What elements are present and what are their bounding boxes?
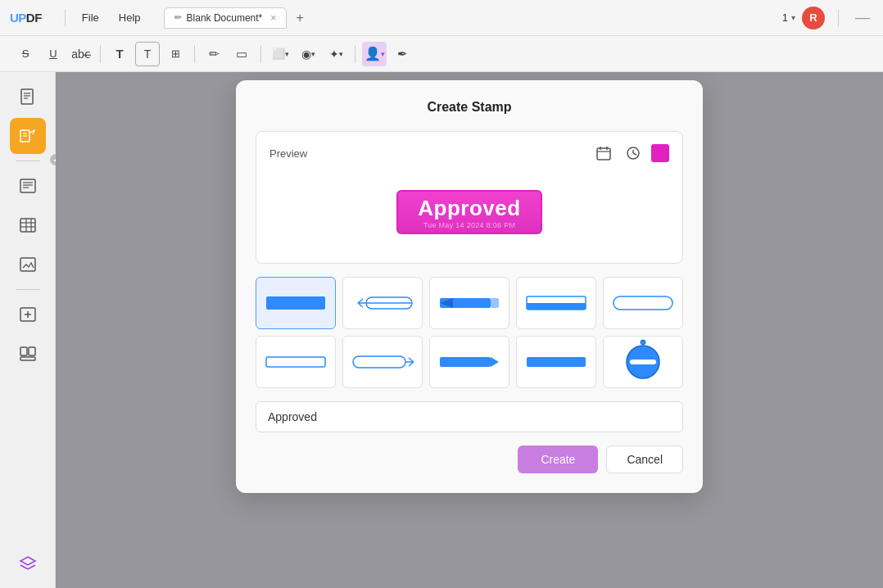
shape-option-10[interactable]	[603, 336, 683, 388]
preview-section: Preview Approved	[256, 131, 683, 264]
stamp-text-input[interactable]	[256, 401, 683, 432]
titlebar-menu: File Help	[79, 10, 144, 25]
document-area: 1 Create Stamp Preview	[56, 72, 883, 588]
create-stamp-dialog: Create Stamp Preview	[236, 80, 703, 493]
shape-grid	[256, 277, 683, 388]
svg-point-47	[641, 340, 645, 345]
sidebar-div1	[16, 161, 40, 161]
shape-option-3[interactable]	[429, 277, 509, 329]
shape-option-1[interactable]	[256, 277, 336, 329]
svg-rect-38	[527, 303, 586, 310]
toolbar-star[interactable]: ✦▾	[324, 42, 348, 66]
svg-rect-23	[597, 148, 610, 160]
stamp-preview-date: Tue May 14 2024 8:06 PM	[423, 221, 516, 229]
create-button[interactable]: Create	[518, 446, 598, 473]
text-input-row	[256, 401, 683, 432]
toolbar-shapes[interactable]: ⬜▾	[268, 42, 292, 66]
toolbar-user[interactable]: 👤▾	[362, 42, 387, 66]
toolbar-strikethrough[interactable]: S	[13, 42, 38, 66]
svg-rect-42	[440, 357, 491, 367]
shape-option-7[interactable]	[342, 336, 423, 388]
sidebar-item-pages[interactable]	[10, 79, 46, 115]
color-swatch[interactable]	[651, 144, 669, 162]
shape-option-2[interactable]	[342, 277, 423, 329]
svg-rect-21	[29, 347, 35, 355]
svg-line-29	[633, 153, 636, 155]
sidebar-item-organize[interactable]	[10, 336, 46, 372]
clock-icon-button[interactable]	[622, 142, 645, 165]
toolbar: S U abc̶ T T ⊞ ✏ ▭ ⬜▾ ◉▾ ✦▾ 👤▾ ✒	[0, 36, 883, 72]
tab-bar: ✏ Blank Document* × +	[164, 7, 310, 29]
toolbar-eraser[interactable]: ▭	[229, 42, 254, 66]
toolbar-color[interactable]: ◉▾	[296, 42, 320, 66]
toolbar-highlight[interactable]: ✏	[202, 42, 226, 66]
svg-rect-33	[491, 298, 499, 308]
svg-rect-11	[20, 219, 35, 232]
toolbar-underline[interactable]: U	[41, 42, 66, 66]
svg-rect-40	[266, 357, 325, 367]
toolbar-strikethrough2[interactable]: abc̶	[69, 42, 93, 66]
sidebar-item-text[interactable]	[10, 168, 46, 204]
cancel-button[interactable]: Cancel	[606, 446, 683, 473]
page-indicator: 1 ▾	[782, 11, 795, 24]
shape-option-9[interactable]	[516, 336, 596, 388]
titlebar: UPDF File Help ✏ Blank Document* × + 1 ▾…	[0, 0, 883, 36]
toolbar-div1	[100, 45, 101, 63]
menu-help[interactable]: Help	[115, 10, 144, 25]
page-number-indicator: 1	[782, 11, 788, 24]
svg-rect-7	[20, 179, 35, 192]
sidebar-item-insert[interactable]	[10, 296, 46, 332]
svg-rect-16	[20, 258, 35, 271]
svg-rect-41	[353, 356, 405, 368]
sidebar-item-annotate[interactable]	[10, 118, 46, 154]
user-avatar[interactable]: R	[802, 7, 825, 29]
minimize-button[interactable]: —	[852, 9, 873, 26]
svg-rect-22	[20, 357, 35, 360]
calendar-icon-button[interactable]	[592, 142, 615, 165]
dialog-footer: Create Cancel	[256, 446, 683, 473]
toolbar-div4	[355, 45, 355, 63]
stamp-preview-canvas: Approved Tue May 14 2024 8:06 PM	[269, 171, 669, 253]
svg-rect-0	[21, 89, 33, 104]
shape-option-5[interactable]	[603, 277, 683, 329]
svg-rect-30	[266, 296, 325, 310]
sidebar-item-table[interactable]	[10, 207, 46, 243]
app-logo: UPDF	[10, 11, 42, 25]
svg-rect-44	[527, 357, 586, 367]
new-tab-button[interactable]: +	[290, 8, 310, 28]
toolbar-pen[interactable]: ✒	[390, 42, 414, 66]
preview-header: Preview	[269, 142, 669, 165]
svg-rect-20	[20, 347, 27, 355]
stamp-preview-text: Approved	[418, 197, 520, 220]
toolbar-text[interactable]: T	[107, 42, 132, 66]
svg-rect-39	[614, 296, 672, 310]
preview-label: Preview	[269, 147, 307, 160]
toolbar-div3	[260, 45, 261, 63]
main-area: ◀ 1 Create Stamp Preview	[0, 72, 883, 588]
toolbar-textbox[interactable]: T	[135, 42, 160, 66]
sidebar-item-edit[interactable]	[10, 247, 46, 283]
titlebar-right-divider	[838, 10, 839, 26]
stamp-preview: Approved Tue May 14 2024 8:06 PM	[396, 190, 541, 235]
titlebar-right: 1 ▾ R —	[782, 7, 873, 29]
titlebar-divider	[65, 10, 66, 26]
tab-label: Blank Document*	[187, 12, 263, 24]
active-tab[interactable]: ✏ Blank Document* ×	[164, 7, 288, 29]
toolbar-align[interactable]: ⊞	[163, 42, 188, 66]
svg-rect-46	[630, 360, 656, 364]
toolbar-div2	[194, 45, 195, 63]
shape-option-6[interactable]	[256, 336, 336, 388]
svg-marker-43	[491, 357, 499, 367]
tab-close-button[interactable]: ×	[270, 12, 276, 24]
shape-option-8[interactable]	[429, 336, 509, 388]
menu-file[interactable]: File	[79, 10, 102, 25]
page-dropdown-icon[interactable]: ▾	[791, 13, 795, 22]
shape-option-4[interactable]	[516, 277, 596, 329]
preview-icons	[592, 142, 669, 165]
sidebar: ◀	[0, 72, 56, 588]
dialog-title: Create Stamp	[256, 100, 683, 115]
tab-edit-icon: ✏	[174, 12, 182, 23]
sidebar-div2	[16, 289, 40, 290]
sidebar-item-layers[interactable]	[10, 545, 46, 581]
dialog-overlay: Create Stamp Preview	[56, 72, 883, 588]
